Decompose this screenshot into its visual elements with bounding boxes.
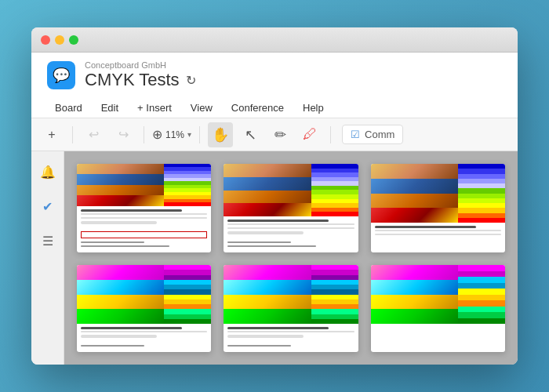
thumb-text-area-1 (77, 206, 211, 230)
highlight-tool-button[interactable]: 🖊 (297, 122, 322, 147)
zoom-in-icon: ⊕ (152, 127, 162, 142)
app-title: CMYK Tests (85, 70, 180, 90)
pen-tool-button[interactable]: ✏ (267, 122, 293, 147)
left-sidebar: 🔔 ✔ ☰ (31, 151, 64, 365)
thumb-img-1 (77, 164, 211, 206)
thumbnail-3[interactable] (371, 164, 505, 252)
thumb-img-6 (371, 265, 505, 324)
refresh-icon[interactable]: ↻ (186, 73, 196, 88)
menu-board[interactable]: Board (47, 98, 90, 118)
zoom-value: 11% (165, 129, 184, 140)
thumb-img-4 (77, 265, 211, 324)
toolbar-divider-4 (330, 126, 331, 143)
thumbnail-6[interactable] (371, 265, 505, 352)
comment-check-icon: ☑ (351, 129, 360, 140)
thumb-text-area-4 (77, 324, 211, 343)
thumb-text-area-3 (371, 223, 505, 252)
app-title-group: Conceptboard GmbH CMYK Tests ↻ (85, 60, 196, 90)
thumb-img-2 (224, 164, 358, 216)
app-header: 💬 Conceptboard GmbH CMYK Tests ↻ Board E… (31, 53, 518, 118)
notifications-icon[interactable]: 🔔 (37, 161, 59, 183)
hand-tool-button[interactable]: ✋ (208, 122, 233, 147)
thumb-img-3 (371, 164, 505, 223)
thumb-red-box-1 (81, 231, 207, 238)
main-content: 🔔 ✔ ☰ (31, 151, 518, 365)
list-icon[interactable]: ☰ (37, 230, 59, 252)
close-button[interactable] (41, 35, 50, 45)
menu-conference[interactable]: Conference (224, 98, 292, 118)
thumbnail-2[interactable] (224, 164, 358, 252)
menu-help[interactable]: Help (295, 98, 332, 118)
minimize-button[interactable] (55, 35, 64, 45)
redo-button[interactable]: ↪ (111, 122, 136, 147)
thumbnail-5[interactable] (224, 265, 358, 352)
toolbar: + ↩ ↪ ⊕ 11% ▾ ✋ ↖ ✏ 🖊 ☑ Comm (31, 118, 518, 151)
app-title-row: CMYK Tests ↻ (85, 70, 196, 90)
maximize-button[interactable] (69, 35, 78, 45)
chat-bubble-icon: 💬 (53, 67, 70, 84)
thumb-text-area-2 (224, 216, 358, 240)
add-button[interactable]: + (39, 122, 64, 147)
menu-view[interactable]: View (183, 98, 220, 118)
thumbnail-grid (64, 151, 518, 365)
zoom-group: ⊕ 11% ▾ (152, 127, 191, 142)
brand-row: 💬 Conceptboard GmbH CMYK Tests ↻ (47, 60, 502, 90)
tasks-icon[interactable]: ✔ (37, 195, 59, 217)
undo-button[interactable]: ↩ (81, 122, 106, 147)
menu-insert[interactable]: + Insert (129, 98, 180, 118)
app-window: 💬 Conceptboard GmbH CMYK Tests ↻ Board E… (31, 27, 518, 365)
thumbnail-4[interactable] (77, 265, 211, 352)
traffic-lights (41, 35, 78, 45)
toolbar-divider-3 (199, 126, 200, 143)
select-tool-button[interactable]: ↖ (238, 122, 263, 147)
title-bar (31, 27, 518, 53)
toolbar-divider-1 (72, 126, 73, 143)
menu-edit[interactable]: Edit (93, 98, 126, 118)
thumbnail-1[interactable] (77, 164, 211, 252)
thumb-text-area-5 (224, 324, 358, 343)
toolbar-divider-2 (144, 126, 144, 143)
menu-bar: Board Edit + Insert View Conference Help (47, 95, 502, 118)
comment-label: Comm (365, 129, 394, 140)
org-name: Conceptboard GmbH (85, 60, 196, 70)
zoom-dropdown-arrow[interactable]: ▾ (187, 130, 191, 139)
thumb-img-5 (224, 265, 358, 324)
comment-button[interactable]: ☑ Comm (342, 125, 403, 144)
canvas-area[interactable] (64, 151, 518, 365)
app-logo: 💬 (47, 61, 75, 89)
